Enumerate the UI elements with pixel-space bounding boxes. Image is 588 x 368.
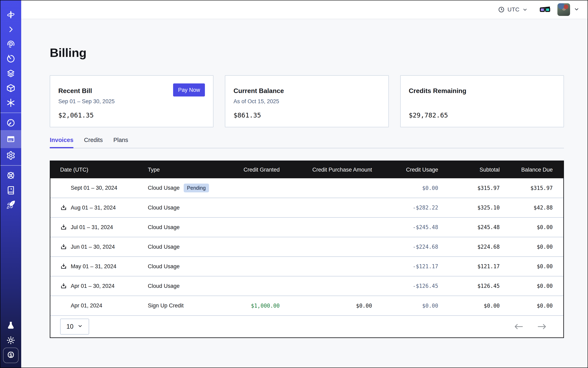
cube-icon[interactable] xyxy=(0,81,21,95)
table-row: Jun 01 – 30, 2024 Cloud Usage -$224.68 $… xyxy=(50,237,563,257)
clock-icon xyxy=(498,6,505,13)
balance-due-value: $0.00 xyxy=(502,237,563,257)
3d-glasses-icon[interactable] xyxy=(540,6,551,13)
sidebar-divider xyxy=(0,113,21,113)
credit-granted-value xyxy=(223,217,281,237)
download-invoice-icon[interactable] xyxy=(60,263,67,270)
pay-now-button[interactable]: Pay Now xyxy=(173,83,205,96)
credit-granted-value xyxy=(223,276,281,296)
credit-granted-value xyxy=(223,198,281,217)
recent-bill-card: Recent Bill Sep 01 – Sep 30, 2025 $2,061… xyxy=(50,75,213,127)
download-invoice-icon[interactable] xyxy=(60,224,67,231)
invoice-date: Jul 01 – 31, 2024 xyxy=(71,224,113,230)
credit-usage-value: $0.00 xyxy=(374,296,440,315)
table-row: Aug 01 – 31, 2024 Cloud Usage -$282.22 $… xyxy=(50,198,563,217)
next-page-arrow-right-icon[interactable] xyxy=(537,323,547,330)
subtotal-value: $315.97 xyxy=(440,178,502,198)
credit-purchase-value xyxy=(282,217,374,237)
col-credit-granted: Credit Granted xyxy=(223,161,281,178)
tab-credits[interactable]: Credits xyxy=(84,137,103,148)
account-menu[interactable] xyxy=(557,3,579,16)
invoice-date: Aug 01 – 31, 2024 xyxy=(71,205,116,211)
download-invoice-icon[interactable] xyxy=(60,204,67,211)
credit-usage-value: $0.00 xyxy=(374,178,440,198)
invoice-type: Cloud Usage xyxy=(148,244,180,250)
balance-due-value: $42.88 xyxy=(502,198,563,217)
subtotal-value: $0.00 xyxy=(440,296,502,315)
current-balance-card: Current Balance As of Oct 15, 2025 $861.… xyxy=(225,75,389,127)
logo-orbit-icon[interactable] xyxy=(0,7,21,22)
card-title: Credits Remaining xyxy=(409,87,555,95)
credit-usage-value: -$282.22 xyxy=(374,198,440,217)
lab-flask-icon[interactable] xyxy=(0,318,21,333)
credit-usage-value: -$245.48 xyxy=(374,217,440,237)
sidebar-item-billing[interactable] xyxy=(0,130,21,148)
invoices-table: Date (UTC) Type Credit Granted Credit Pu… xyxy=(50,161,564,338)
download-invoice-icon[interactable] xyxy=(60,283,67,289)
card-subtitle: As of Oct 15, 2025 xyxy=(234,98,380,105)
user-avatar[interactable] xyxy=(557,3,570,16)
credit-purchase-value xyxy=(282,198,374,217)
rocket-icon[interactable] xyxy=(0,197,21,212)
topbar: UTC xyxy=(21,0,588,19)
invoice-date: Apr 01 – 30, 2024 xyxy=(71,283,115,289)
theme-sun-icon[interactable] xyxy=(0,333,21,348)
subtotal-value: $126.45 xyxy=(440,276,502,296)
balance-due-value: $0.00 xyxy=(502,257,563,276)
col-subtotal: Subtotal xyxy=(440,161,502,178)
invoice-type: Cloud Usage xyxy=(148,185,180,191)
expand-sidebar-chevron-right-icon[interactable] xyxy=(0,22,21,37)
col-balance-due: Balance Due xyxy=(502,161,563,178)
table-row: Apr 01, 2024 Sign Up Credit $1,000.00 $0… xyxy=(50,296,563,315)
credits-dollar-badge-button[interactable] xyxy=(3,348,18,363)
iris-icon[interactable] xyxy=(0,37,21,51)
app-window: UTC Billing xyxy=(0,0,588,368)
table-row: May 01 – 31, 2024 Cloud Usage -$121.17 $… xyxy=(50,257,563,276)
col-date: Date (UTC) xyxy=(50,161,146,178)
invoice-type: Sign Up Credit xyxy=(148,303,184,309)
previous-page-arrow-left-icon[interactable] xyxy=(513,323,524,330)
history-timer-icon[interactable] xyxy=(0,51,21,66)
current-balance-amount: $861.35 xyxy=(234,111,380,119)
chevron-down-icon xyxy=(522,7,528,12)
credit-purchase-value xyxy=(282,178,374,198)
balance-due-value: $0.00 xyxy=(502,276,563,296)
subtotal-value: $121.17 xyxy=(440,257,502,276)
credits-remaining-card: Credits Remaining $29,782.65 xyxy=(400,75,564,127)
tab-invoices[interactable]: Invoices xyxy=(50,137,73,148)
card-title: Current Balance xyxy=(234,87,380,95)
credits-remaining-amount: $29,782.65 xyxy=(409,111,555,119)
chevron-down-icon xyxy=(77,323,83,330)
page-size-select[interactable]: 10 xyxy=(60,319,89,335)
page-size-value: 10 xyxy=(66,323,73,330)
col-credit-purchase-amount: Credit Purchase Amount xyxy=(282,161,374,178)
asterisk-icon[interactable] xyxy=(0,95,21,110)
credit-purchase-value xyxy=(282,237,374,257)
table-header: Date (UTC) Type Credit Granted Credit Pu… xyxy=(50,161,563,178)
balance-due-value: $0.00 xyxy=(502,217,563,237)
balance-due-value: $0.00 xyxy=(502,296,563,315)
invoice-date: Jun 01 – 30, 2024 xyxy=(71,244,115,250)
credit-granted-value xyxy=(223,257,281,276)
wheel-icon[interactable] xyxy=(0,168,21,183)
download-invoice-icon[interactable] xyxy=(60,243,67,250)
col-type: Type xyxy=(146,161,223,178)
usage-gauge-icon[interactable] xyxy=(0,115,21,130)
subtotal-value: $224.68 xyxy=(440,237,502,257)
timezone-picker[interactable]: UTC xyxy=(498,6,528,13)
col-credit-usage: Credit Usage xyxy=(374,161,440,178)
credit-granted-value xyxy=(223,237,281,257)
book-sparkle-icon[interactable] xyxy=(0,183,21,197)
pager xyxy=(513,323,547,330)
table-row: Jul 01 – 31, 2024 Cloud Usage -$245.48 $… xyxy=(50,217,563,237)
tab-plans[interactable]: Plans xyxy=(113,137,128,148)
invoice-date: May 01 – 31, 2024 xyxy=(71,263,117,270)
billing-tabs: Invoices Credits Plans xyxy=(50,137,564,148)
layers-icon[interactable] xyxy=(0,66,21,81)
invoice-type: Cloud Usage xyxy=(148,283,180,289)
recent-bill-amount: $2,061.35 xyxy=(58,111,205,119)
sidebar-divider xyxy=(0,165,21,166)
settings-gear-icon[interactable] xyxy=(0,148,21,163)
card-subtitle: Sep 01 – Sep 30, 2025 xyxy=(58,98,205,105)
invoice-type: Cloud Usage xyxy=(148,224,180,230)
